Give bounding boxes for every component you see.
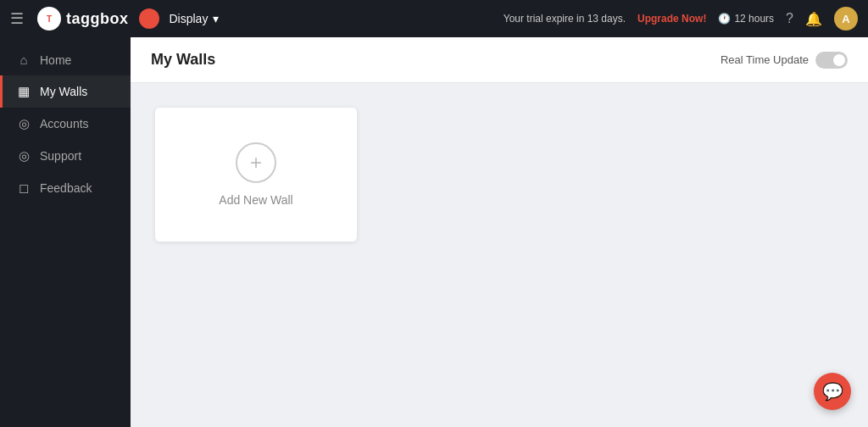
upgrade-link[interactable]: Upgrade Now! <box>637 13 706 25</box>
accounts-icon: ◎ <box>16 116 31 131</box>
main-layout: ⌂ Home ▦ My Walls ◎ Accounts ◎ Support ◻… <box>0 37 868 427</box>
walls-icon: ▦ <box>16 84 31 99</box>
chevron-down-icon: ▾ <box>213 12 219 25</box>
add-wall-card[interactable]: + Add New Wall <box>154 107 358 242</box>
sidebar-item-label: My Walls <box>40 85 87 98</box>
display-button[interactable]: Display ▾ <box>170 12 220 25</box>
home-icon: ⌂ <box>16 53 31 67</box>
trial-text: Your trial expire in 13 days. <box>504 13 626 25</box>
add-wall-plus-button[interactable]: + <box>236 142 276 183</box>
sidebar-item-label: Feedback <box>40 181 92 195</box>
avatar[interactable]: A <box>834 7 858 30</box>
bell-icon[interactable]: 🔔 <box>805 11 822 27</box>
sidebar: ⌂ Home ▦ My Walls ◎ Accounts ◎ Support ◻… <box>0 37 131 427</box>
add-wall-label: Add New Wall <box>219 193 292 207</box>
logo[interactable]: T taggbox <box>37 7 129 30</box>
real-time-area: Real Time Update <box>721 52 848 69</box>
real-time-label: Real Time Update <box>721 53 809 66</box>
content-header: My Walls Real Time Update <box>131 37 868 83</box>
sidebar-item-label: Home <box>40 53 71 67</box>
sidebar-item-my-walls[interactable]: ▦ My Walls <box>0 75 131 108</box>
clock-area: 🕐 12 hours <box>718 13 774 25</box>
support-icon: ◎ <box>16 148 31 164</box>
hamburger-icon[interactable]: ☰ <box>10 9 24 28</box>
content-body: + Add New Wall <box>131 83 868 427</box>
logo-text: taggbox <box>66 10 129 28</box>
plus-icon: + <box>250 151 262 175</box>
display-label: Display <box>170 12 209 25</box>
real-time-toggle[interactable] <box>815 52 848 69</box>
sidebar-item-feedback[interactable]: ◻ Feedback <box>0 172 131 204</box>
navbar: ☰ T taggbox Display ▾ Your trial expire … <box>0 0 868 37</box>
feedback-icon: ◻ <box>16 180 31 196</box>
help-icon[interactable]: ? <box>786 11 793 26</box>
display-badge <box>139 8 159 29</box>
navbar-left: ☰ T taggbox Display ▾ <box>10 7 219 30</box>
svg-text:T: T <box>47 14 52 24</box>
page-title: My Walls <box>151 51 215 69</box>
sidebar-item-support[interactable]: ◎ Support <box>0 140 131 172</box>
clock-icon: 🕐 <box>718 13 731 25</box>
sidebar-item-label: Support <box>40 149 81 163</box>
walls-grid: + Add New Wall <box>154 107 844 242</box>
chat-icon: 💬 <box>822 381 843 402</box>
sidebar-item-home[interactable]: ⌂ Home <box>0 44 131 75</box>
content-area: My Walls Real Time Update + Add New Wall <box>131 37 868 427</box>
navbar-right: Your trial expire in 13 days. Upgrade No… <box>504 7 858 30</box>
sidebar-item-accounts[interactable]: ◎ Accounts <box>0 108 131 140</box>
logo-svg: T <box>37 7 61 30</box>
sidebar-item-label: Accounts <box>40 117 89 130</box>
chat-bubble-button[interactable]: 💬 <box>814 373 851 410</box>
clock-label: 12 hours <box>734 13 774 25</box>
